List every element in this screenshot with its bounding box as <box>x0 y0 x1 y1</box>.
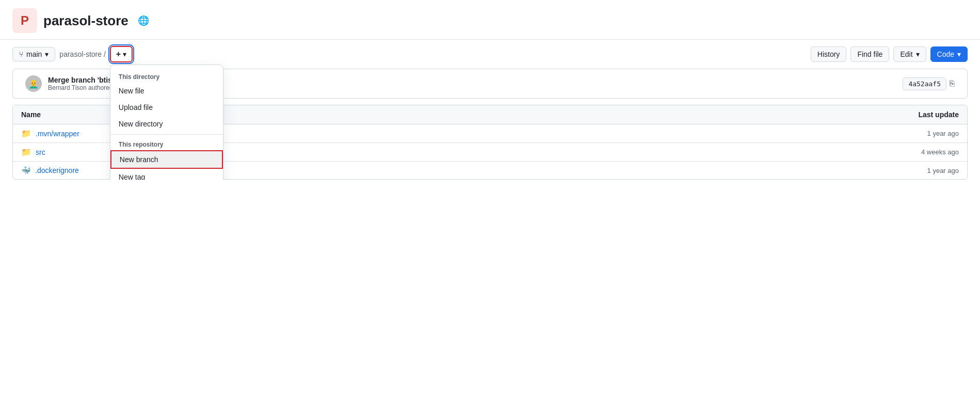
breadcrumb: parasol-store / <box>59 50 105 58</box>
globe-icon: 🌐 <box>138 15 149 26</box>
edit-chevron: ▾ <box>916 50 920 58</box>
code-label: Code <box>937 50 954 58</box>
avatar-emoji: 👨‍🦲 <box>28 79 39 89</box>
repo-title: parasol-store <box>43 13 128 29</box>
new-directory-item[interactable]: New directory <box>110 116 223 132</box>
branch-selector[interactable]: ⑂ main ▾ <box>12 47 55 61</box>
commit-hash-box: 4a52aaf5 ⎘ <box>903 77 955 90</box>
branch-chevron: ▾ <box>45 50 49 58</box>
add-chevron: ▾ <box>123 50 126 58</box>
find-file-button[interactable]: Find file <box>850 46 889 62</box>
add-dropdown-menu: This directory New file Upload file New … <box>110 65 223 180</box>
history-button[interactable]: History <box>811 46 847 62</box>
section-this-directory: This directory <box>110 69 223 83</box>
repo-avatar: P <box>12 8 37 33</box>
edit-label: Edit <box>900 50 912 58</box>
dropdown-divider <box>110 134 223 135</box>
add-button[interactable]: + ▾ <box>110 46 133 62</box>
branch-icon: ⑂ <box>19 50 23 58</box>
file-date: 1 year ago <box>887 130 959 137</box>
code-chevron: ▾ <box>957 50 961 58</box>
file-date: 1 year ago <box>887 167 959 174</box>
upload-file-item[interactable]: Upload file <box>110 99 223 116</box>
edit-button[interactable]: Edit ▾ <box>893 46 926 62</box>
add-dropdown-wrapper: + ▾ This directory New file Upload file … <box>110 46 133 62</box>
docker-icon: 🐳 <box>21 166 31 175</box>
file-date: 4 weeks ago <box>887 148 959 156</box>
commit-hash[interactable]: 4a52aaf5 <box>903 77 946 90</box>
section-this-repository: This repository <box>110 137 223 150</box>
new-branch-item[interactable]: New branch <box>110 150 223 169</box>
new-file-item[interactable]: New file <box>110 83 223 99</box>
folder-icon: 📁 <box>21 129 31 138</box>
branch-label: main <box>26 50 42 58</box>
code-button[interactable]: Code ▾ <box>930 46 968 62</box>
new-tag-item[interactable]: New tag <box>110 169 223 180</box>
corner-widget <box>957 15 968 26</box>
plus-icon: + <box>116 50 121 59</box>
commit-avatar: 👨‍🦲 <box>25 75 42 92</box>
toolbar: ⑂ main ▾ parasol-store / + ▾ This direct… <box>0 40 980 69</box>
copy-icon[interactable]: ⎘ <box>950 79 955 88</box>
page-header: P parasol-store 🌐 <box>0 0 980 40</box>
folder-icon: 📁 <box>21 147 31 157</box>
col-update-header: Last update <box>887 110 959 119</box>
